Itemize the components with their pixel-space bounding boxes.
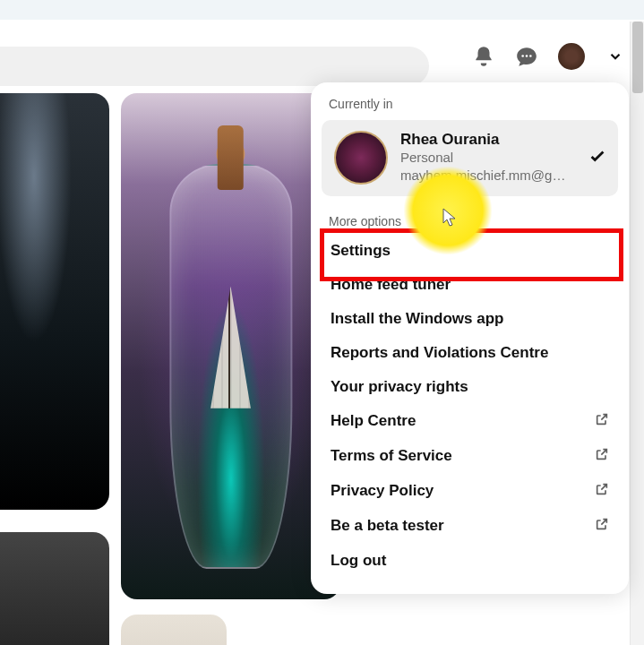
external-link-icon bbox=[595, 447, 609, 466]
svg-point-2 bbox=[529, 55, 532, 57]
menu-item-label: Terms of Service bbox=[331, 447, 452, 465]
vertical-scrollbar[interactable] bbox=[630, 22, 644, 645]
account-menu-chevron[interactable] bbox=[605, 46, 626, 67]
currently-in-label: Currently in bbox=[322, 91, 618, 120]
pin-card[interactable] bbox=[121, 615, 227, 645]
menu-item-label: Install the Windows app bbox=[331, 310, 503, 328]
menu-item-label: Be a beta tester bbox=[331, 517, 444, 535]
menu-item-beta-tester[interactable]: Be a beta tester bbox=[322, 509, 618, 544]
pin-card[interactable] bbox=[0, 532, 109, 645]
menu-item-privacy-rights[interactable]: Your privacy rights bbox=[322, 370, 618, 404]
pin-card[interactable] bbox=[121, 93, 340, 599]
menu-item-reports-violations[interactable]: Reports and Violations Centre bbox=[322, 336, 618, 370]
pin-art-bottle bbox=[169, 164, 292, 569]
profile-email: mayhem.mischief.mm@g… bbox=[400, 167, 605, 185]
menu-item-log-out[interactable]: Log out bbox=[322, 544, 618, 578]
menu-item-label: Reports and Violations Centre bbox=[331, 344, 548, 362]
profile-type: Personal bbox=[400, 149, 605, 167]
header-avatar[interactable] bbox=[558, 43, 585, 70]
profile-text: Rhea Ourania Personal mayhem.mischief.mm… bbox=[400, 131, 605, 185]
more-options-label: More options bbox=[322, 196, 618, 234]
browser-chrome-gap bbox=[0, 0, 644, 20]
menu-item-help-centre[interactable]: Help Centre bbox=[322, 404, 618, 439]
svg-point-1 bbox=[526, 55, 528, 57]
account-dropdown: Currently in Rhea Ourania Personal mayhe… bbox=[311, 82, 629, 594]
menu-item-label: Home feed tuner bbox=[331, 276, 451, 294]
menu-item-label: Help Centre bbox=[331, 412, 416, 430]
menu-item-privacy-policy[interactable]: Privacy Policy bbox=[322, 474, 618, 509]
pin-art-ship bbox=[206, 286, 256, 438]
menu-item-install-windows-app[interactable]: Install the Windows app bbox=[322, 302, 618, 336]
external-link-icon bbox=[595, 412, 609, 431]
profile-name: Rhea Ourania bbox=[400, 131, 605, 149]
profile-avatar bbox=[334, 131, 388, 185]
menu-item-label: Settings bbox=[331, 242, 391, 260]
scrollbar-thumb[interactable] bbox=[632, 22, 643, 93]
menu-item-label: Privacy Policy bbox=[331, 482, 434, 500]
pin-card[interactable] bbox=[0, 93, 109, 510]
menu-item-label: Log out bbox=[331, 552, 386, 570]
search-bar[interactable] bbox=[0, 47, 429, 86]
svg-point-0 bbox=[521, 55, 524, 57]
menu-list: Settings Home feed tuner Install the Win… bbox=[322, 234, 618, 578]
external-link-icon bbox=[595, 517, 609, 536]
messages-icon[interactable] bbox=[515, 45, 538, 68]
menu-item-terms-of-service[interactable]: Terms of Service bbox=[322, 439, 618, 474]
external-link-icon bbox=[595, 482, 609, 501]
profile-card[interactable]: Rhea Ourania Personal mayhem.mischief.mm… bbox=[322, 120, 618, 196]
check-icon bbox=[588, 146, 607, 169]
notifications-icon[interactable] bbox=[472, 45, 495, 68]
menu-item-home-feed-tuner[interactable]: Home feed tuner bbox=[322, 268, 618, 302]
menu-item-label: Your privacy rights bbox=[331, 378, 468, 396]
menu-item-settings[interactable]: Settings bbox=[322, 234, 618, 268]
